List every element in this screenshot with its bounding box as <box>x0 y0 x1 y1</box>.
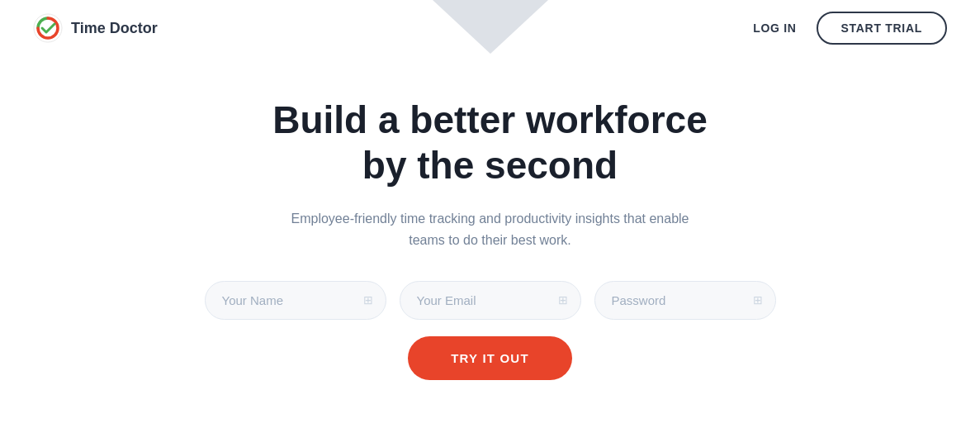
email-input-wrapper: ⊞ <box>400 281 581 320</box>
password-input-wrapper: ⊞ <box>594 281 776 320</box>
main-content: Build a better workforce by the second E… <box>0 56 980 380</box>
logo-text: Time Doctor <box>71 20 158 37</box>
try-it-out-button[interactable]: TRY IT OUT <box>408 336 572 380</box>
signup-form: ⊞ ⊞ ⊞ TRY IT OUT <box>205 281 776 380</box>
password-input-icon: ⊞ <box>753 293 763 307</box>
headline-line2: by the second <box>362 144 618 187</box>
email-input[interactable] <box>400 281 581 320</box>
logo: Time Doctor <box>33 13 158 43</box>
hero-subheadline: Employee-friendly time tracking and prod… <box>276 208 705 250</box>
name-input-wrapper: ⊞ <box>205 281 386 320</box>
start-trial-button[interactable]: START TRIAL <box>817 12 947 45</box>
hero-headline: Build a better workforce by the second <box>272 97 708 188</box>
email-input-icon: ⊞ <box>558 293 568 307</box>
password-input[interactable] <box>594 281 776 320</box>
name-input-icon: ⊞ <box>363 293 373 307</box>
nav-actions: LOG IN START TRIAL <box>753 12 947 45</box>
logo-icon <box>33 13 63 43</box>
navbar: Time Doctor LOG IN START TRIAL <box>0 0 980 56</box>
login-link[interactable]: LOG IN <box>753 21 796 35</box>
form-inputs: ⊞ ⊞ ⊞ <box>205 281 776 320</box>
headline-line1: Build a better workforce <box>272 98 708 141</box>
name-input[interactable] <box>205 281 386 320</box>
